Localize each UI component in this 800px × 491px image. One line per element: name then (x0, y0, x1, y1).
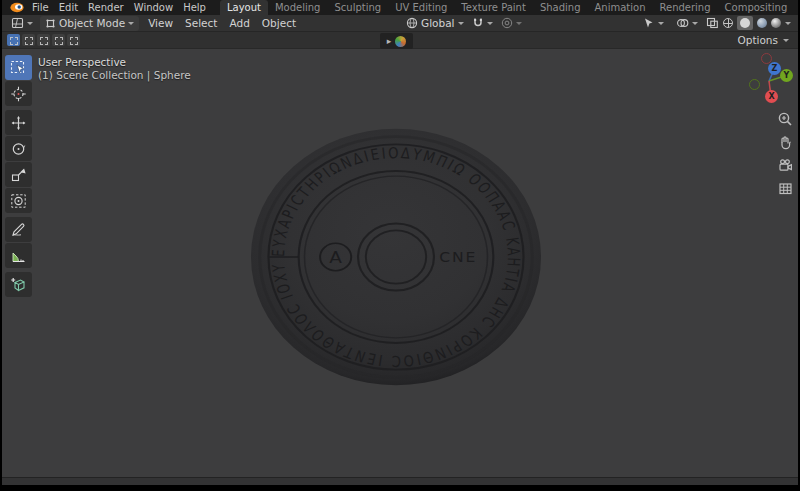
shading-material-icon[interactable] (757, 18, 767, 28)
camera-view-icon[interactable] (777, 157, 794, 174)
tool-annotate[interactable] (5, 217, 32, 242)
viewport-labels: User Perspective (1) Scene Collection | … (38, 56, 191, 82)
status-bar (2, 477, 798, 485)
menu-file[interactable]: File (27, 0, 54, 15)
move-icon (10, 115, 27, 131)
tab-uv-editing[interactable]: UV Editing (388, 0, 454, 15)
cursor-icon (10, 86, 27, 102)
chevron-down-icon (128, 22, 134, 25)
axis-neg-y-icon[interactable] (749, 79, 760, 90)
rotate-icon (10, 141, 27, 157)
menu-help[interactable]: Help (178, 0, 211, 15)
options-dropdown[interactable]: Options (737, 34, 798, 46)
chevron-down-icon (783, 39, 789, 42)
material-preview-ball-icon (395, 36, 406, 47)
mode-dropdown[interactable]: Object Mode (40, 16, 139, 31)
orthographic-grid-icon[interactable] (777, 180, 794, 197)
chevron-down-icon (27, 22, 33, 25)
tab-layout[interactable]: Layout (220, 0, 268, 15)
context-path-label: (1) Scene Collection | Sphere (38, 69, 191, 82)
overlays-toggle[interactable] (672, 16, 702, 31)
tab-geometry-nodes[interactable]: Geometry Nodes (794, 0, 800, 15)
transform-orientation-icon (406, 17, 418, 29)
select-mode-group (2, 34, 80, 46)
menu-window[interactable]: Window (129, 0, 178, 15)
tab-compositing[interactable]: Compositing (718, 0, 795, 15)
select-mode-subtract-icon[interactable] (37, 34, 50, 46)
annotate-pen-icon (10, 222, 27, 238)
tool-measure[interactable] (5, 243, 32, 268)
select-box-icon (10, 60, 27, 76)
menu-add[interactable]: Add (223, 15, 255, 32)
select-mode-intersect-icon[interactable] (67, 34, 80, 46)
viewport-3d[interactable]: User Perspective (1) Scene Collection | … (2, 49, 798, 477)
chevron-down-icon (487, 22, 493, 25)
orientation-label: Global (421, 17, 455, 29)
editor-type-3d-viewport-icon (11, 17, 24, 29)
shading-wireframe-icon[interactable] (723, 18, 733, 28)
shading-rendered-icon[interactable] (771, 18, 781, 28)
tool-add-cube[interactable] (5, 272, 32, 297)
snapping-magnet-icon (472, 17, 484, 29)
coin-cne-mark: CΝΕ (439, 249, 477, 265)
menu-object[interactable]: Object (256, 15, 302, 32)
select-mode-extend-icon[interactable] (22, 34, 35, 46)
pan-hand-icon[interactable] (777, 134, 794, 151)
scale-icon (10, 167, 27, 183)
tool-rotate[interactable] (5, 136, 32, 161)
collapsed-panel-widget[interactable]: ▸ (380, 33, 413, 49)
tab-animation[interactable]: Animation (588, 0, 653, 15)
tab-texture-paint[interactable]: Texture Paint (454, 0, 533, 15)
viewport-display-controls (639, 16, 793, 31)
gizmos-toggle[interactable] (639, 16, 668, 31)
expand-chevron-icon: ▸ (387, 37, 392, 46)
viewport-nav-controls (777, 111, 794, 197)
measure-icon (10, 248, 27, 264)
coin-alpha-mark: Α (329, 248, 342, 267)
axis-z-icon[interactable]: Z (768, 62, 781, 75)
menu-render[interactable]: Render (83, 0, 129, 15)
topbar: File Edit Render Window Help Layout Mode… (2, 0, 798, 15)
transform-icon (10, 193, 27, 209)
tab-shading[interactable]: Shading (533, 0, 588, 15)
object-mode-icon (45, 18, 56, 29)
navigation-gizmo[interactable]: Z Y X (741, 52, 797, 108)
menu-select[interactable]: Select (179, 15, 223, 32)
mode-label: Object Mode (59, 17, 125, 29)
snapping-toggle[interactable] (468, 16, 497, 31)
view-perspective-label: User Perspective (38, 56, 191, 69)
select-mode-set-icon[interactable] (7, 34, 20, 46)
tab-modeling[interactable]: Modeling (268, 0, 328, 15)
proportional-editing-toggle[interactable] (497, 16, 526, 31)
add-cube-icon (10, 277, 27, 293)
xray-icon[interactable] (706, 17, 719, 29)
chevron-down-icon (785, 22, 791, 25)
tool-cursor[interactable] (5, 81, 32, 106)
menu-view[interactable]: View (142, 15, 179, 32)
chevron-down-icon (516, 22, 522, 25)
tab-rendering[interactable]: Rendering (652, 0, 717, 15)
chevron-down-icon (658, 22, 664, 25)
tool-scale[interactable] (5, 162, 32, 187)
overlays-icon (676, 17, 689, 29)
left-toolbar (5, 55, 32, 301)
proportional-editing-icon (501, 17, 513, 29)
axis-y-icon[interactable]: Y (780, 69, 793, 82)
axis-x-icon[interactable]: X (765, 90, 778, 103)
tool-select-box[interactable] (5, 55, 32, 80)
gizmo-pointer-icon (643, 17, 655, 29)
select-mode-invert-icon[interactable] (52, 34, 65, 46)
coin-object[interactable]: ΕΥΧΑΡΙCΤΗΡΙΩΝΔΙΕΙΟΔΥΜΠΙΩ ΟΟΠΑΑC ΚΑΗΤΙΑ Δ… (250, 128, 542, 386)
tab-sculpting[interactable]: Sculpting (327, 0, 388, 15)
editor-type-button[interactable] (7, 16, 37, 31)
blender-window: File Edit Render Window Help Layout Mode… (2, 0, 798, 485)
tool-move[interactable] (5, 110, 32, 135)
viewport-header: Object Mode View Select Add Object Globa… (2, 15, 798, 32)
menu-edit[interactable]: Edit (54, 0, 83, 15)
tool-transform[interactable] (5, 188, 32, 213)
transform-orientation-dropdown[interactable]: Global (402, 16, 468, 31)
shading-solid-active[interactable] (737, 16, 753, 30)
zoom-icon[interactable] (777, 111, 794, 128)
chevron-down-icon (458, 22, 464, 25)
blender-logo-icon[interactable] (9, 2, 24, 13)
